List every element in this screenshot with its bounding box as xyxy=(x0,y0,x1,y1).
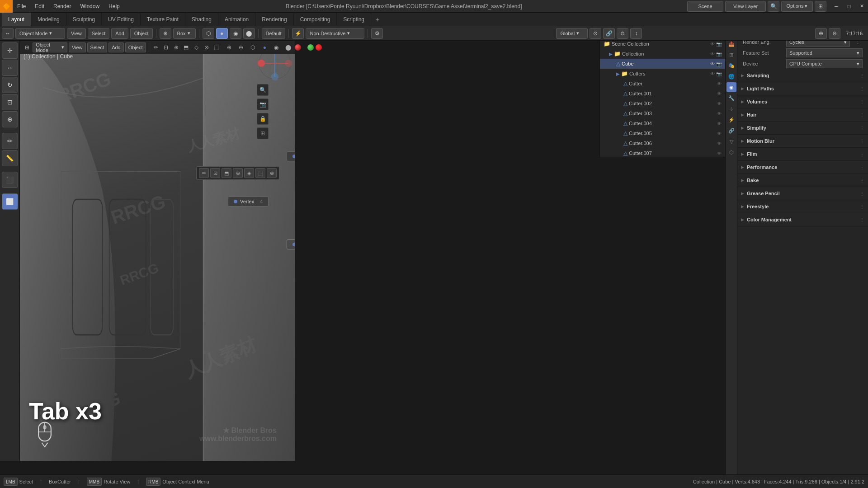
transform-tool[interactable]: ⊕ xyxy=(2,111,18,127)
settings-icon[interactable]: ⚙ xyxy=(371,28,383,39)
select-btn[interactable]: Select xyxy=(88,28,110,39)
section-film-header[interactable]: ▶ Film ⋮ xyxy=(737,150,868,159)
volumes-dot-menu[interactable]: ⋮ xyxy=(860,99,864,104)
close-btn[interactable]: ✕ xyxy=(855,0,868,13)
prop-tab-modifier[interactable]: 🔧 xyxy=(726,93,736,103)
section-grease-pencil-header[interactable]: ▶ Grease Pencil ⋮ xyxy=(737,189,868,198)
section-sampling-header[interactable]: ▶ Sampling ⋮ xyxy=(737,71,868,80)
maximize-btn[interactable]: □ xyxy=(843,0,855,13)
prop-tab-constraints[interactable]: 🔗 xyxy=(726,126,736,136)
tab-uv-editing[interactable]: UV Editing xyxy=(102,13,141,26)
outliner-item-cutters[interactable]: ▶ 📁 Cutters 👁 📷 xyxy=(600,69,725,79)
vp-gizmo-btn[interactable]: ⊖ xyxy=(236,42,246,52)
tool-pencil[interactable]: ✏ xyxy=(199,168,209,178)
vp-tool-pencil[interactable]: ✏ xyxy=(151,42,160,52)
move-tool[interactable]: ↔ xyxy=(2,28,14,39)
vp-tool-knife[interactable]: ⬒ xyxy=(182,42,190,52)
tab-rendering[interactable]: Rendering xyxy=(255,13,293,26)
prop-tab-data[interactable]: ▽ xyxy=(726,136,736,146)
outliner-item-cube[interactable]: △ Cube 👁 📷 xyxy=(600,59,725,69)
tool-inset[interactable]: ⬚ xyxy=(255,168,265,178)
proportional-icon[interactable]: ⊚ xyxy=(617,28,628,39)
vp-shading-wire2[interactable]: ⬡ xyxy=(248,42,258,52)
tab-texture-paint[interactable]: Texture Paint xyxy=(141,13,185,26)
global-selector[interactable]: Global▾ xyxy=(556,28,588,39)
cutter005-eye-icon[interactable]: 👁 xyxy=(717,131,722,136)
cutter002-eye-icon[interactable]: 👁 xyxy=(717,101,722,106)
sampling-dot-menu[interactable]: ⋮ xyxy=(860,73,864,78)
cutters-render-icon[interactable]: 📷 xyxy=(716,71,722,76)
tool-knife2[interactable]: ◈ xyxy=(244,168,254,178)
grease-pencil-dot-menu[interactable]: ⋮ xyxy=(860,191,864,196)
vp-tool-snap[interactable]: ⊡ xyxy=(162,42,170,52)
freestyle-dot-menu[interactable]: ⋮ xyxy=(860,204,864,209)
prop-tab-object[interactable]: ◉ xyxy=(726,82,736,92)
tool-merge[interactable]: ⬒ xyxy=(222,168,231,178)
cursor-tool[interactable]: ✛ xyxy=(2,42,18,59)
proportional-type[interactable]: ↕ xyxy=(630,28,642,39)
pie-edit-btn[interactable]: Edit 8 xyxy=(287,151,295,161)
outliner-item-cutter[interactable]: △ Cutter 👁 xyxy=(600,79,725,89)
prop-tab-view-layer[interactable]: ⊞ xyxy=(726,50,736,60)
device-dropdown[interactable]: GPU Compute ▾ xyxy=(786,59,863,68)
tab-sculpting[interactable]: Sculpting xyxy=(66,13,102,26)
vp-add-btn[interactable]: Add xyxy=(108,42,124,52)
gizmo-icon[interactable]: ⊖ xyxy=(829,28,840,39)
rotate-tool[interactable]: ↻ xyxy=(2,77,18,93)
scale-tool[interactable]: ⊡ xyxy=(2,94,18,110)
cutter-eye-icon[interactable]: 👁 xyxy=(717,81,722,86)
pivot-icon[interactable]: ⊙ xyxy=(590,28,601,39)
cutters-eye-icon[interactable]: 👁 xyxy=(710,71,715,76)
section-simplify-header[interactable]: ▶ Simplify ⋮ xyxy=(737,123,868,132)
add-btn[interactable]: Add xyxy=(111,28,128,39)
transform-selector[interactable]: Box▾ xyxy=(173,28,196,39)
layout-btn[interactable]: ⊞ xyxy=(815,1,826,12)
section-color-management-header[interactable]: ▶ Color Management ⋮ xyxy=(737,215,868,224)
prop-tab-particles[interactable]: ⊹ xyxy=(726,104,736,114)
vp-tool-eye[interactable]: ◇ xyxy=(192,42,201,52)
viewport[interactable]: RRCG 人人素材 RRCG 人人素材 RRCG RRCG xyxy=(20,41,295,461)
vp-select-btn[interactable]: Select xyxy=(87,42,108,52)
menu-file[interactable]: File xyxy=(13,0,30,13)
transform-icon[interactable]: ⊕ xyxy=(160,28,171,39)
snap-toggle[interactable]: 🔗 xyxy=(603,28,615,39)
cutter001-eye-icon[interactable]: 👁 xyxy=(717,91,722,96)
section-volumes-header[interactable]: ▶ Volumes ⋮ xyxy=(737,97,868,106)
menu-render[interactable]: Render xyxy=(49,0,75,13)
section-hair-header[interactable]: ▶ Hair ⋮ xyxy=(737,110,868,119)
cutter003-eye-icon[interactable]: 👁 xyxy=(717,111,722,116)
collection-render-icon[interactable]: 📷 xyxy=(716,52,722,56)
grid-btn[interactable]: ⊞ xyxy=(257,127,269,139)
outliner-item-cutter002[interactable]: △ Cutter.002 👁 xyxy=(600,99,725,108)
active-tool[interactable]: ⬜ xyxy=(2,193,18,210)
vp-overlay-btn[interactable]: ⊕ xyxy=(224,42,234,52)
zoom-in-btn[interactable]: 🔍 xyxy=(257,84,269,96)
vp-object-btn[interactable]: Object xyxy=(125,42,146,52)
move-tool-left[interactable]: ↔ xyxy=(2,60,18,76)
section-light-paths-header[interactable]: ▶ Light Paths ⋮ xyxy=(737,84,868,93)
light-paths-dot-menu[interactable]: ⋮ xyxy=(860,86,864,91)
prop-tab-material[interactable]: ⬡ xyxy=(726,147,736,157)
vp-tool-extrude[interactable]: ⊕ xyxy=(172,42,180,52)
non-destructive-selector[interactable]: Non-Destructive▾ xyxy=(306,28,364,39)
outliner-item-cutter001[interactable]: △ Cutter.001 👁 xyxy=(600,89,725,99)
motion-blur-dot-menu[interactable]: ⋮ xyxy=(860,139,864,144)
outliner-item-cutter007[interactable]: △ Cutter.007 👁 xyxy=(600,148,725,157)
hair-dot-menu[interactable]: ⋮ xyxy=(860,113,864,117)
shading-render[interactable]: ⬤ xyxy=(243,28,255,39)
tool-bevel[interactable]: ⊗ xyxy=(267,168,277,178)
prop-tab-scene[interactable]: 🎭 xyxy=(726,61,736,70)
tab-modeling[interactable]: Modeling xyxy=(31,13,66,26)
pie-vertex-btn[interactable]: Vertex 4 xyxy=(228,197,269,206)
view-layer-selector[interactable]: View Layer xyxy=(725,1,766,12)
vp-mode-dropdown[interactable]: Object Mode▾ xyxy=(33,42,67,52)
menu-window[interactable]: Window xyxy=(75,0,104,13)
tab-compositing[interactable]: Compositing xyxy=(294,13,337,26)
editor-type-btn[interactable]: ⊞ xyxy=(23,42,31,52)
menu-edit[interactable]: Edit xyxy=(30,0,49,13)
scene-selector[interactable]: Scene xyxy=(687,1,723,12)
measure-tool[interactable]: 📏 xyxy=(2,150,18,166)
tab-animation[interactable]: Animation xyxy=(218,13,255,26)
pie-edge-btn[interactable]: Edge ✎ xyxy=(287,239,295,249)
cutter004-eye-icon[interactable]: 👁 xyxy=(717,121,722,126)
